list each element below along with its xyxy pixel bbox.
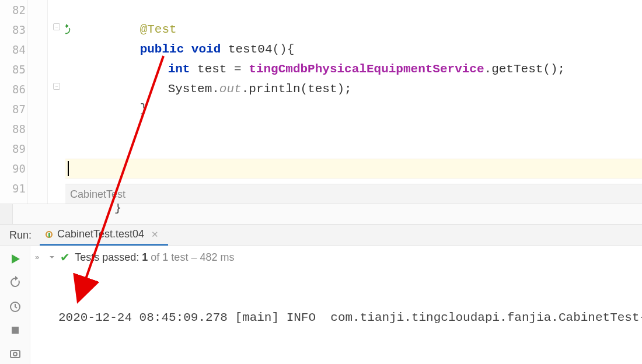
status-prefix: Tests passed: [75,249,139,266]
code-token-ident: System [168,82,212,96]
test-config-icon [46,231,53,238]
run-play-icon[interactable] [8,252,22,266]
expand-arrows-icon[interactable]: » [35,249,39,266]
run-toolwindow-body: » ✔ Tests passed: 1 of 1 test – 482 ms 2… [0,246,642,364]
tests-passed-icon: ✔ [60,249,70,266]
code-token-punct: . [242,82,249,96]
gutter-icon-column [28,0,48,204]
stop-icon[interactable] [8,323,22,337]
line-number: 82 [0,0,26,20]
code-token-brace: } [140,102,148,116]
code-token-call: println(test); [249,82,351,96]
console-line: 2020-12-24 08:45:09.278 [main] INFO com.… [58,308,642,328]
svg-point-3 [13,352,17,356]
toggle-auto-test-icon[interactable] [8,300,22,314]
status-time: 482 ms [200,249,234,266]
line-number: 83 [0,20,26,40]
export-results-icon[interactable] [8,346,22,360]
line-number: 89 [0,139,26,159]
status-count: 1 [142,249,148,266]
line-number: 88 [0,119,26,139]
test-status-line: » ✔ Tests passed: 1 of 1 test – 482 ms [35,249,642,266]
code-token-static: out [219,82,242,96]
line-number: 91 [0,178,26,198]
run-toolwindow-header: Run: CabinetTest.test04 ✕ [0,224,642,246]
line-number: 84 [0,40,26,60]
svg-rect-2 [11,351,20,358]
line-number: 86 [0,79,26,99]
run-label: Run: [0,229,40,242]
code-token-call: .getTest(); [484,62,566,76]
close-icon[interactable]: ✕ [151,229,159,240]
line-number: 85 [0,60,26,79]
line-number: 87 [0,99,26,119]
code-editor[interactable]: 82 83 84 85 86 87 88 89 90 91 – – @Test … [0,0,642,204]
fold-column: – – [48,0,65,204]
code-area[interactable]: @Test public void test04(){ int test = t… [65,0,642,204]
run-tab[interactable]: CabinetTest.test04 ✕ [40,225,168,246]
fold-marker-icon[interactable]: – [53,23,60,30]
run-toolbar [0,246,30,364]
svg-rect-1 [12,327,19,334]
rerun-icon[interactable] [8,275,22,289]
code-token-punct: . [212,82,219,96]
line-number: 90 [0,159,26,178]
editor-caret [68,161,69,176]
editor-breadcrumb[interactable]: CabinetTest [65,184,642,204]
breadcrumb-item[interactable]: CabinetTest [70,188,125,200]
line-number-gutter: 82 83 84 85 86 87 88 89 90 91 [0,0,28,204]
status-mid: of 1 test – [151,249,197,266]
fold-marker-icon[interactable]: – [53,83,60,90]
chevron-down-icon[interactable] [47,253,57,262]
run-tab-title: CabinetTest.test04 [57,228,144,240]
run-console[interactable]: 2020-12-24 08:45:09.278 [main] INFO com.… [58,268,642,364]
